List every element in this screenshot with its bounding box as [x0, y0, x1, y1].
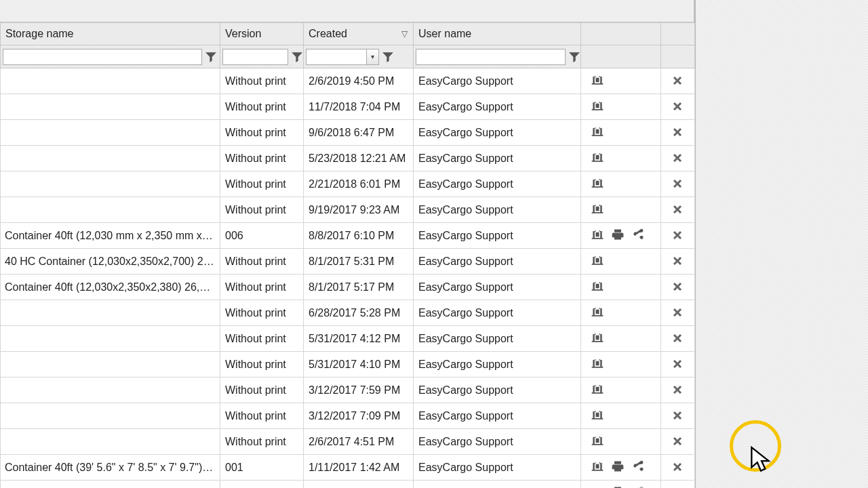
col-header-version[interactable]: Version — [220, 23, 304, 45]
filter-icon[interactable] — [382, 49, 394, 64]
cell-user: EasyCargo Support — [414, 249, 581, 274]
delete-icon[interactable] — [669, 485, 686, 488]
cell-storage — [1, 146, 220, 171]
cell-storage — [1, 171, 220, 197]
load-icon[interactable] — [589, 485, 606, 488]
col-header-created[interactable]: Created ▽ — [304, 23, 414, 45]
delete-icon[interactable] — [669, 150, 686, 165]
table-row: Without print5/31/2017 4:10 PMEasyCargo … — [1, 352, 695, 378]
cell-delete — [661, 429, 695, 455]
cursor-icon — [749, 446, 773, 477]
cell-delete — [661, 326, 695, 352]
filter-created-dropdown[interactable]: ▾ — [306, 49, 379, 65]
delete-icon[interactable] — [669, 73, 686, 88]
cell-created: 3/12/2017 7:09 PM — [304, 403, 414, 429]
col-header-label: Storage name — [5, 28, 74, 39]
cell-version: Without print — [220, 326, 304, 352]
cell-actions — [581, 68, 661, 94]
cell-user: EasyCargo Support — [414, 352, 581, 378]
cell-created: 5/31/2017 4:12 PM — [304, 326, 414, 352]
load-icon[interactable] — [589, 279, 606, 293]
cell-version: 001 — [220, 455, 304, 481]
cell-storage — [1, 68, 220, 94]
delete-icon[interactable] — [669, 305, 686, 320]
cell-user: EasyCargo Support — [414, 120, 581, 146]
load-icon[interactable] — [589, 356, 606, 371]
cell-version: Without print — [220, 94, 304, 120]
col-header-actions — [581, 23, 661, 45]
delete-icon[interactable] — [669, 382, 686, 397]
cell-delete — [661, 300, 695, 326]
cell-delete — [661, 378, 695, 403]
cell-version: 001 — [220, 481, 304, 489]
filter-version-input[interactable] — [222, 49, 288, 65]
cell-actions — [581, 146, 661, 171]
load-icon[interactable] — [589, 201, 606, 216]
filter-icon[interactable] — [291, 49, 303, 64]
delete-icon[interactable] — [669, 357, 686, 371]
delete-icon[interactable] — [669, 202, 686, 217]
col-header-label: Version — [225, 28, 261, 39]
filter-icon[interactable] — [568, 49, 580, 64]
chevron-down-icon: ▾ — [366, 49, 378, 64]
load-icon[interactable] — [589, 330, 606, 345]
filter-icon[interactable] — [205, 49, 217, 64]
filter-user-input[interactable] — [416, 49, 566, 65]
delete-icon[interactable] — [669, 279, 686, 294]
load-icon[interactable] — [589, 73, 606, 87]
filter-storage-input[interactable] — [3, 49, 202, 65]
load-icon[interactable] — [589, 459, 606, 474]
print-icon[interactable] — [610, 485, 626, 488]
load-icon[interactable] — [589, 304, 606, 319]
cell-version: Without print — [220, 352, 304, 378]
load-icon[interactable] — [589, 382, 606, 396]
cell-created: 11/24/2016 9:30 PM — [304, 481, 414, 489]
delete-icon[interactable] — [669, 331, 686, 346]
cell-version: Without print — [220, 378, 304, 403]
cell-version: Without print — [220, 300, 304, 326]
delete-icon[interactable] — [669, 228, 686, 243]
cell-user: EasyCargo Support — [414, 223, 581, 249]
cursor-highlight-ring — [730, 420, 781, 472]
table-row: Without print11/7/2018 7:04 PMEasyCargo … — [1, 94, 695, 120]
cell-storage — [1, 197, 220, 223]
cell-user: EasyCargo Support — [414, 94, 581, 120]
col-header-delete — [661, 23, 695, 45]
table-row: Without print3/12/2017 7:09 PMEasyCargo … — [1, 403, 695, 429]
delete-icon[interactable] — [669, 99, 686, 114]
cell-user: EasyCargo Support — [414, 378, 581, 403]
delete-icon[interactable] — [669, 176, 686, 191]
delete-icon[interactable] — [669, 125, 686, 140]
delete-icon[interactable] — [669, 253, 686, 268]
delete-icon[interactable] — [669, 408, 686, 423]
load-icon[interactable] — [589, 433, 606, 448]
cell-storage — [1, 94, 220, 120]
delete-icon[interactable] — [669, 460, 686, 474]
load-icon[interactable] — [589, 176, 606, 190]
grid-top-spacer — [0, 0, 694, 22]
share-icon[interactable] — [630, 459, 646, 474]
share-icon[interactable] — [630, 227, 646, 242]
cell-created: 9/19/2017 9:23 AM — [304, 197, 414, 223]
cell-created: 6/28/2017 5:28 PM — [304, 300, 414, 326]
cell-created: 8/1/2017 5:31 PM — [304, 249, 414, 274]
cell-user: EasyCargo Support — [414, 171, 581, 197]
delete-icon[interactable] — [669, 434, 686, 449]
cell-created: 8/8/2017 6:10 PM — [304, 223, 414, 249]
cell-storage: Container 40ft (12,030 mm x 2,350 mm x 2… — [1, 481, 220, 489]
cell-delete — [661, 481, 695, 489]
load-icon[interactable] — [589, 124, 606, 139]
load-icon[interactable] — [589, 227, 606, 242]
cell-version: Without print — [220, 171, 304, 197]
cell-version: Without print — [220, 249, 304, 274]
col-header-user[interactable]: User name — [414, 23, 581, 45]
load-icon[interactable] — [589, 407, 606, 422]
load-icon[interactable] — [589, 150, 606, 165]
cell-storage: 40 HC Container (12,030x2,350x2,700) 28,… — [1, 249, 220, 274]
load-icon[interactable] — [589, 98, 606, 113]
print-icon[interactable] — [610, 227, 626, 242]
load-icon[interactable] — [589, 253, 606, 268]
print-icon[interactable] — [610, 459, 626, 474]
table-row: 40 HC Container (12,030x2,350x2,700) 28,… — [1, 249, 695, 274]
col-header-storage[interactable]: Storage name — [1, 23, 220, 45]
